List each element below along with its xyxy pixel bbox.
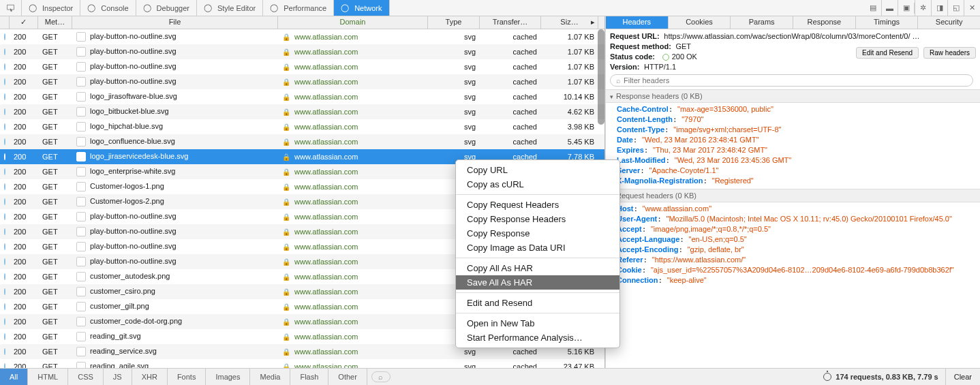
file-icon (76, 362, 86, 368)
scrollbar[interactable] (598, 29, 604, 125)
lock-icon: 🔒 (282, 273, 290, 281)
edit-resend-button[interactable]: Edit and Resend (856, 47, 919, 59)
responsive-design-button[interactable]: ▬ (881, 0, 898, 16)
header-line: Connection: "keep-alive" (610, 275, 976, 286)
menu-item-copy-response-headers[interactable]: Copy Response Headers (456, 212, 619, 226)
screenshot-button[interactable]: ▣ (898, 0, 914, 16)
details-tabs: HeadersCookiesParamsResponseTimingsSecur… (606, 16, 980, 29)
file-icon (76, 77, 86, 87)
file-icon (76, 62, 86, 72)
menu-item-copy-as-curl[interactable]: Copy as cURL (456, 177, 619, 191)
tab-debugger[interactable]: ◯Debugger (136, 0, 197, 16)
col-status[interactable]: ✓ (10, 16, 38, 29)
filter-headers-box[interactable]: ⌕ (610, 74, 973, 87)
menu-item-edit-and-resend[interactable]: Edit and Resend (456, 296, 619, 310)
file-icon (76, 317, 86, 326)
filter-other[interactable]: Other (328, 369, 367, 385)
filter-css[interactable]: CSS (68, 369, 104, 385)
table-row[interactable]: 200GETplay-button-no-outline.svg🔒www.atl… (0, 59, 604, 74)
table-row[interactable]: 200GETlogo_hipchat-blue.svg🔒www.atlassia… (0, 119, 604, 134)
details-tab-params[interactable]: Params (731, 16, 793, 29)
filter-fonts[interactable]: Fonts (168, 369, 206, 385)
col-method[interactable]: Met… (38, 16, 72, 29)
filter-search-button[interactable]: ⌕ (371, 371, 391, 382)
filter-media[interactable]: Media (250, 369, 290, 385)
table-row[interactable]: 200GETlogo_bitbucket-blue.svg🔒www.atlass… (0, 104, 604, 119)
status-circle-icon (4, 33, 5, 40)
menu-item-copy-request-headers[interactable]: Copy Request Headers (456, 198, 619, 212)
filter-xhr[interactable]: XHR (132, 369, 168, 385)
table-row[interactable]: 200GETplay-button-no-outline.svg🔒www.atl… (0, 44, 604, 59)
filter-all[interactable]: All (0, 369, 28, 385)
dock-window-button[interactable]: ◱ (947, 0, 964, 16)
status-circle-icon (4, 168, 5, 175)
filter-html[interactable]: HTML (28, 369, 68, 385)
tab-console[interactable]: ◯Console (80, 0, 136, 16)
console-icon: ◯ (87, 3, 97, 13)
details-tab-headers[interactable]: Headers (606, 16, 669, 29)
dock-side-button[interactable]: ◨ (931, 0, 947, 16)
lock-icon: 🔒 (282, 138, 290, 146)
raw-headers-button[interactable]: Raw headers (923, 47, 976, 59)
file-icon (76, 152, 86, 161)
table-row[interactable]: 200GETplay-button-no-outline.svg🔒www.atl… (0, 74, 604, 89)
col-type[interactable]: Type (428, 16, 480, 29)
filter-images[interactable]: Images (206, 369, 250, 385)
filter-headers-input[interactable] (624, 76, 967, 84)
file-icon (76, 257, 86, 266)
details-tab-cookies[interactable]: Cookies (669, 16, 731, 29)
details-tab-response[interactable]: Response (793, 16, 856, 29)
col-domain[interactable]: Domain (278, 16, 428, 29)
tab-network[interactable]: ◯Network (334, 0, 389, 16)
menu-item-copy-image-as-data-uri[interactable]: Copy Image as Data URI (456, 241, 619, 255)
network-icon: ◯ (341, 3, 350, 13)
lock-icon: 🔒 (282, 198, 290, 206)
menu-item-copy-all-as-har[interactable]: Copy All As HAR (456, 261, 619, 275)
lock-icon: 🔒 (282, 183, 290, 191)
col-transfer[interactable]: Transfer… (480, 16, 541, 29)
table-row[interactable]: 200GETreading_agile.svg🔒www.atlassian.co… (0, 359, 604, 368)
col-size[interactable]: Siz… ▸ (541, 16, 598, 29)
file-icon (76, 32, 86, 42)
header-line: Accept: "image/png,image/*;q=0.8,*/*;q=0… (610, 224, 976, 234)
header-line: Accept-Encoding: "gzip, deflate, br" (610, 245, 976, 255)
settings-button[interactable]: ✲ (915, 0, 931, 16)
clear-button[interactable]: Clear (945, 369, 980, 385)
lock-icon: 🔒 (282, 333, 290, 341)
file-icon (76, 332, 86, 341)
status-circle-icon (4, 243, 5, 250)
tab-inspector[interactable]: ◯Inspector (22, 0, 80, 16)
col-file[interactable]: File (72, 16, 278, 29)
tab-performance[interactable]: ◯Performance (263, 0, 334, 16)
menu-separator (456, 194, 619, 195)
details-tab-timings[interactable]: Timings (856, 16, 919, 29)
menu-item-start-performance-analysis-[interactable]: Start Performance Analysis… (456, 330, 619, 345)
filter-flash[interactable]: Flash (290, 369, 328, 385)
menu-item-copy-url[interactable]: Copy URL (456, 163, 619, 177)
table-row[interactable]: 200GETlogo_confluence-blue.svg🔒www.atlas… (0, 134, 604, 149)
menu-item-copy-response[interactable]: Copy Response (456, 226, 619, 241)
header-line: Expires: "Thu, 23 Mar 2017 23:48:42 GMT" (610, 145, 976, 155)
lock-icon: 🔒 (282, 168, 290, 176)
table-row[interactable]: 200GETlogo_jirasoftware-blue.svg🔒www.atl… (0, 89, 604, 104)
file-icon (76, 227, 86, 236)
debugger-icon: ◯ (143, 3, 153, 13)
col-status-indicator[interactable] (0, 16, 10, 29)
lock-icon: 🔒 (282, 48, 290, 56)
request-headers-section[interactable]: Request headers (0 KB) (606, 189, 980, 202)
split-console-button[interactable]: ▤ (865, 0, 881, 16)
status-circle-icon (4, 273, 5, 280)
details-tab-security[interactable]: Security (918, 16, 980, 29)
file-icon (76, 242, 86, 251)
table-row[interactable]: 200GETplay-button-no-outline.svg🔒www.atl… (0, 29, 604, 44)
menu-item-open-in-new-tab[interactable]: Open in New Tab (456, 316, 619, 330)
lock-icon: 🔒 (282, 318, 290, 326)
filter-js[interactable]: JS (104, 369, 132, 385)
file-icon (76, 167, 86, 176)
close-button[interactable]: ✕ (964, 0, 980, 16)
pick-element-button[interactable] (0, 0, 22, 16)
response-headers-section[interactable]: Response headers (0 KB) (606, 89, 980, 103)
menu-item-save-all-as-har[interactable]: Save All As HAR (456, 275, 619, 290)
request-summary: 174 requests, 0.83 KB, 7.79 s (823, 373, 945, 381)
tab-style-editor[interactable]: ◯Style Editor (197, 0, 263, 16)
